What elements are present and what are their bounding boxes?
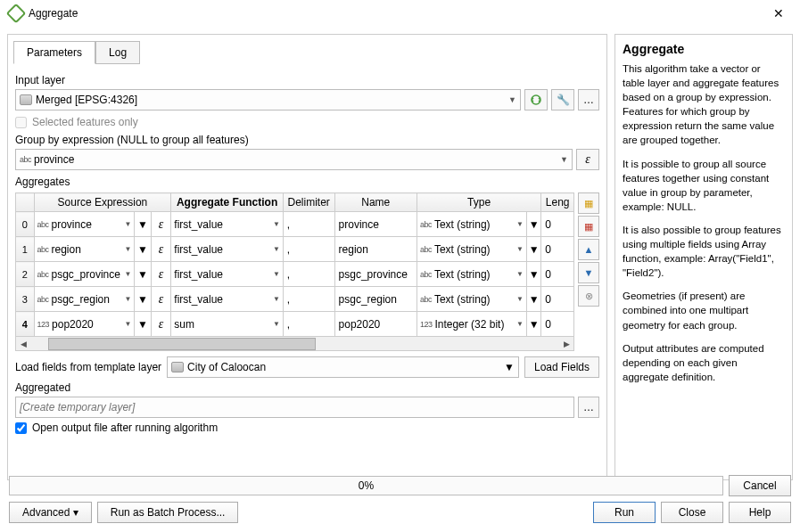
group-by-label: Group by expression (NULL to group all f… (15, 134, 599, 146)
type-combo[interactable]: abcText (string)▼ (417, 288, 526, 311)
expression-button[interactable]: ε (159, 267, 164, 281)
type-combo[interactable]: 123Integer (32 bit)▼ (417, 313, 526, 336)
add-field-button[interactable]: ▦ (578, 192, 599, 214)
chevron-down-icon[interactable]: ▼ (527, 218, 540, 231)
input-layer-label: Input layer (15, 74, 599, 86)
length-input[interactable] (541, 288, 573, 311)
delete-field-button[interactable]: ▦ (578, 216, 599, 237)
help-button[interactable]: Help (729, 502, 791, 523)
output-field[interactable] (15, 397, 574, 418)
expression-button[interactable]: ε (159, 317, 164, 331)
chevron-down-icon: ▼ (560, 155, 568, 164)
table-row[interactable]: 1abcregion▼▼εfirst_value▼abcText (string… (16, 237, 574, 262)
chevron-down-icon[interactable]: ▼ (135, 243, 150, 256)
source-expression-combo[interactable]: abcpsgc_province▼ (35, 263, 135, 286)
type-combo[interactable]: abcText (string)▼ (417, 263, 526, 286)
source-expression-combo[interactable]: abcprovince▼ (35, 213, 135, 236)
tab-log[interactable]: Log (95, 41, 140, 64)
chevron-down-icon: ▼ (504, 361, 515, 373)
run-batch-button[interactable]: Run as Batch Process... (97, 502, 239, 523)
template-layer-combo[interactable]: City of Caloocan ▼ (167, 356, 519, 378)
delimiter-input[interactable] (284, 313, 334, 336)
chevron-down-icon[interactable]: ▼ (527, 318, 540, 331)
name-input[interactable] (335, 213, 416, 236)
cancel-button[interactable]: Cancel (729, 475, 791, 496)
open-output-checkbox[interactable] (15, 422, 27, 434)
settings-button[interactable]: 🔧 (551, 89, 574, 110)
aggregates-label: Aggregates (15, 176, 599, 188)
tab-parameters[interactable]: Parameters (13, 41, 95, 64)
table-row[interactable]: 2abcpsgc_province▼▼εfirst_value▼abcText … (16, 262, 574, 287)
horizontal-scrollbar[interactable]: ◀▶ (15, 337, 574, 351)
row-index[interactable]: 3 (16, 287, 35, 312)
row-index[interactable]: 1 (16, 237, 35, 262)
expression-button[interactable]: ε (159, 292, 164, 306)
input-layer-combo[interactable]: Merged [EPSG:4326] ▼ (15, 89, 521, 110)
browse-button[interactable]: … (578, 89, 599, 110)
length-input[interactable] (541, 213, 573, 236)
chevron-down-icon[interactable]: ▼ (527, 293, 540, 306)
move-up-button[interactable]: ▲ (578, 239, 599, 260)
load-fields-button[interactable]: Load Fields (524, 356, 599, 378)
expression-button[interactable]: ε (576, 149, 599, 170)
aggregated-label: Aggregated (15, 381, 599, 394)
iterate-button[interactable] (524, 89, 548, 110)
reset-button[interactable]: ⊗ (578, 285, 599, 307)
table-row[interactable]: 4123pop2020▼▼εsum▼123Integer (32 bit)▼▼ (16, 312, 574, 337)
expression-button[interactable]: ε (159, 217, 164, 231)
help-panel: Aggregate This algorithm take a vector o… (614, 34, 793, 480)
name-input[interactable] (335, 263, 416, 286)
run-button[interactable]: Run (593, 502, 656, 523)
delimiter-input[interactable] (284, 263, 334, 286)
name-input[interactable] (335, 288, 416, 311)
aggregates-table: Source Expression Aggregate Function Del… (15, 192, 574, 337)
chevron-down-icon[interactable]: ▼ (527, 268, 540, 281)
move-down-button[interactable]: ▼ (578, 262, 599, 283)
delimiter-input[interactable] (284, 238, 334, 261)
aggregate-function-combo[interactable]: sum▼ (171, 313, 282, 336)
row-index[interactable]: 4 (16, 312, 35, 337)
row-index[interactable]: 0 (16, 212, 35, 237)
length-input[interactable] (541, 263, 573, 286)
close-button[interactable]: Close (661, 502, 723, 523)
chevron-down-icon[interactable]: ▼ (135, 293, 150, 306)
group-by-combo[interactable]: abc province ▼ (15, 149, 573, 170)
help-title: Aggregate (623, 42, 785, 56)
length-input[interactable] (541, 238, 573, 261)
aggregate-function-combo[interactable]: first_value▼ (171, 238, 282, 261)
polygon-layer-icon (171, 362, 184, 372)
window-title: Aggregate (29, 7, 78, 20)
selected-only-checkbox (15, 117, 27, 128)
table-row[interactable]: 3abcpsgc_region▼▼εfirst_value▼abcText (s… (16, 287, 574, 312)
source-expression-combo[interactable]: abcregion▼ (35, 238, 135, 261)
chevron-down-icon[interactable]: ▼ (527, 243, 540, 256)
aggregate-function-combo[interactable]: first_value▼ (171, 213, 282, 236)
table-row[interactable]: 0abcprovince▼▼εfirst_value▼abcText (stri… (16, 212, 574, 237)
chevron-down-icon: ▼ (508, 95, 516, 104)
selected-only-label: Selected features only (32, 116, 138, 128)
source-expression-combo[interactable]: abcpsgc_region▼ (35, 288, 135, 311)
app-icon (9, 6, 23, 20)
type-combo[interactable]: abcText (string)▼ (417, 213, 526, 236)
delimiter-input[interactable] (284, 288, 334, 311)
chevron-down-icon[interactable]: ▼ (135, 268, 150, 281)
length-input[interactable] (541, 313, 573, 336)
type-combo[interactable]: abcText (string)▼ (417, 238, 526, 261)
advanced-button[interactable]: Advanced ▾ (9, 502, 92, 523)
chevron-down-icon[interactable]: ▼ (135, 218, 150, 231)
template-layer-label: Load fields from template layer (15, 361, 161, 373)
aggregate-function-combo[interactable]: first_value▼ (171, 263, 282, 286)
open-output-label: Open output file after running algorithm (32, 422, 218, 434)
close-icon[interactable]: ✕ (766, 3, 791, 24)
output-browse-button[interactable]: … (578, 397, 599, 418)
parameters-panel: Parameters Log Input layer Merged [EPSG:… (7, 34, 607, 480)
aggregate-function-combo[interactable]: first_value▼ (171, 288, 282, 311)
expression-button[interactable]: ε (159, 242, 164, 256)
name-input[interactable] (335, 313, 416, 336)
delimiter-input[interactable] (284, 213, 334, 236)
polygon-layer-icon (20, 94, 32, 105)
chevron-down-icon[interactable]: ▼ (135, 318, 150, 331)
source-expression-combo[interactable]: 123pop2020▼ (35, 313, 135, 336)
row-index[interactable]: 2 (16, 262, 35, 287)
name-input[interactable] (335, 238, 416, 261)
